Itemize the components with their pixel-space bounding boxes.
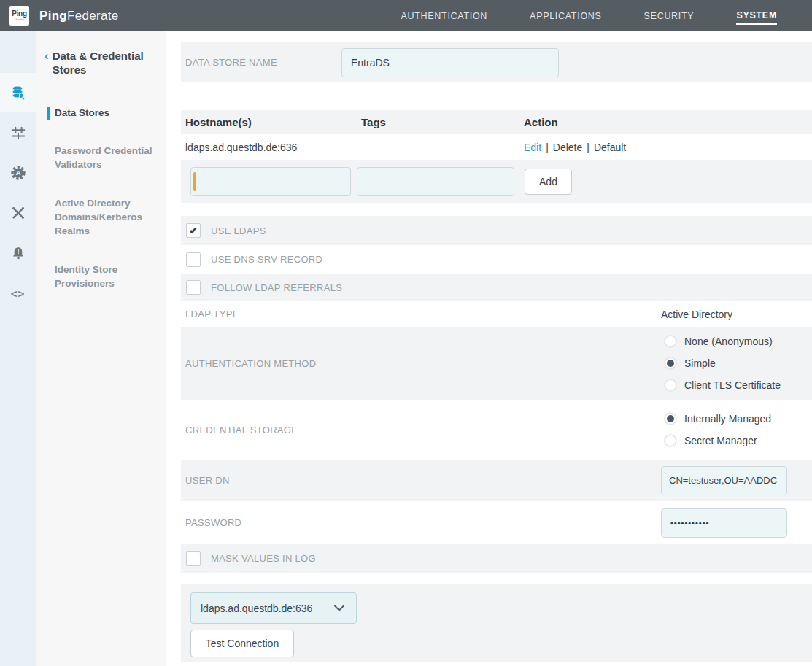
sliders-icon[interactable] [0,124,36,142]
edit-link[interactable]: Edit [524,142,541,153]
nav-item-system[interactable]: SYSTEM [736,7,777,25]
delete-link[interactable]: Delete [553,142,582,153]
credential-storage-options: Internally Managed Secret Manager [664,408,771,452]
add-button[interactable]: Add [525,169,572,195]
ldap-type-value: Active Directory [661,309,732,320]
column-hostnames: Hostname(s) [185,116,252,128]
sidebar-item-ad-domains-kerberos-realms[interactable]: Active Directory Domains/Kerberos Realms [47,197,157,239]
use-ldaps-checkbox[interactable] [186,223,201,238]
radio-simple[interactable] [664,357,677,370]
ping-logo-text: Ping [12,10,26,18]
password-label: PASSWORD [185,517,241,528]
chevron-down-icon [334,605,344,611]
radio-option-secret-manager[interactable]: Secret Manager [664,430,771,452]
new-tags-input[interactable] [357,167,514,196]
ldap-type-label: LDAP TYPE [185,309,239,320]
user-dn-row: USER DN [181,460,812,501]
app-title-light: Federate [67,9,118,23]
action-cell: Edit|Delete|Default [524,142,626,153]
mask-values-row: MASK VALUES IN LOG [181,544,812,573]
hosts-table-header: Hostname(s) Tags Action [181,110,812,134]
radio-option-client-tls-certificate[interactable]: Client TLS Certificate [664,374,781,396]
test-connection-button[interactable]: Test Connection [190,630,294,657]
use-dns-srv-checkbox[interactable] [186,252,201,267]
authentication-method-label: AUTHENTICATION METHOD [185,358,316,369]
data-store-name-row: DATA STORE NAME [181,42,812,82]
action-separator: | [546,142,549,153]
credential-storage-label: CREDENTIAL STORAGE [185,425,298,435]
user-dn-label: USER DN [185,475,230,486]
svg-text:!: ! [17,249,19,255]
hostname-cell: ldaps.ad.questdb.de:636 [185,142,297,153]
app-title-bold: Ping [39,9,67,23]
use-dns-srv-row: USE DNS SRV RECORD [181,245,812,274]
notifications-icon[interactable]: ! [0,244,36,262]
action-separator: | [587,142,589,153]
column-tags: Tags [361,116,386,128]
hostname-select[interactable]: ldaps.ad.questdb.de:636 [190,592,357,624]
ldap-type-row: LDAP TYPE Active Directory [181,301,812,327]
radio-client-tls-certificate[interactable] [664,379,677,392]
password-row: PASSWORD [181,501,812,544]
required-indicator [193,172,196,191]
sidebar-item-data-stores[interactable]: Data Stores [47,107,157,120]
radio-option-none-anonymous[interactable]: None (Anonymous) [664,330,781,352]
default-link[interactable]: Default [594,142,626,153]
code-icon[interactable]: <> [0,284,36,302]
add-hostname-row: Add [181,160,812,203]
sidebar-item-identity-store-provisioners[interactable]: Identity Store Provisioners [47,263,157,291]
gear-a-icon[interactable]: A [0,164,36,182]
password-input[interactable] [661,508,787,538]
data-store-name-input[interactable] [341,48,559,77]
mask-values-label: MASK VALUES IN LOG [211,553,316,564]
chevron-left-icon[interactable]: ‹ [45,50,49,77]
radio-internally-managed[interactable] [664,412,677,425]
top-nav-menu: AUTHENTICATION APPLICATIONS SECURITY SYS… [401,7,777,25]
hostname-select-value: ldaps.ad.questdb.de:636 [201,603,312,614]
tools-icon[interactable] [0,204,36,222]
radio-secret-manager[interactable] [664,434,677,447]
nav-item-authentication[interactable]: AUTHENTICATION [401,8,487,23]
nav-item-applications[interactable]: APPLICATIONS [530,8,601,23]
follow-ldap-referrals-checkbox[interactable] [186,280,201,295]
follow-ldap-referrals-label: FOLLOW LDAP REFERRALS [211,282,342,293]
mask-values-checkbox[interactable] [186,551,201,566]
sidebar-items: Data Stores Password Credential Validato… [36,107,166,291]
credential-storage-row: CREDENTIAL STORAGE Internally Managed Se… [181,400,812,460]
main-content: DATA STORE NAME Hostname(s) Tags Action … [166,31,812,666]
data-stores-icon[interactable] [0,84,36,101]
authentication-method-options: None (Anonymous) Simple Client TLS Certi… [664,330,781,396]
radio-option-internally-managed[interactable]: Internally Managed [664,408,771,430]
use-ldaps-row: USE LDAPS [181,216,812,245]
authentication-method-row: AUTHENTICATION METHOD None (Anonymous) S… [181,327,812,400]
svg-text:A: A [15,169,20,177]
sidebar-back-title[interactable]: ‹ Data & Credential Stores [45,50,166,77]
data-store-name-label: DATA STORE NAME [185,57,277,68]
radio-none-anonymous[interactable] [664,335,677,348]
user-dn-input[interactable] [661,466,787,495]
use-dns-srv-label: USE DNS SRV RECORD [211,254,322,265]
new-hostname-input[interactable] [190,167,351,196]
follow-ldap-referrals-row: FOLLOW LDAP REFERRALS [181,274,812,301]
app-title: PingFederate [39,9,118,23]
sidebar-item-password-credential-validators[interactable]: Password Credential Validators [47,144,157,172]
icon-rail: A ! <> [0,31,36,666]
ping-logo: Ping Identity [9,6,29,26]
sidebar-title: Data & Credential Stores [53,50,150,77]
radio-option-simple[interactable]: Simple [664,352,781,374]
column-action: Action [524,116,558,128]
nav-item-security[interactable]: SECURITY [644,8,695,23]
hosts-table-row: ldaps.ad.questdb.de:636 Edit|Delete|Defa… [181,134,812,160]
use-ldaps-label: USE LDAPS [211,225,266,236]
sidebar: ‹ Data & Credential Stores Data Stores P… [36,31,166,666]
top-navbar: Ping Identity PingFederate AUTHENTICATIO… [0,0,812,31]
test-connection-section: ldaps.ad.questdb.de:636 Test Connection [181,584,812,662]
ping-logo-subtext: Identity [15,18,24,21]
